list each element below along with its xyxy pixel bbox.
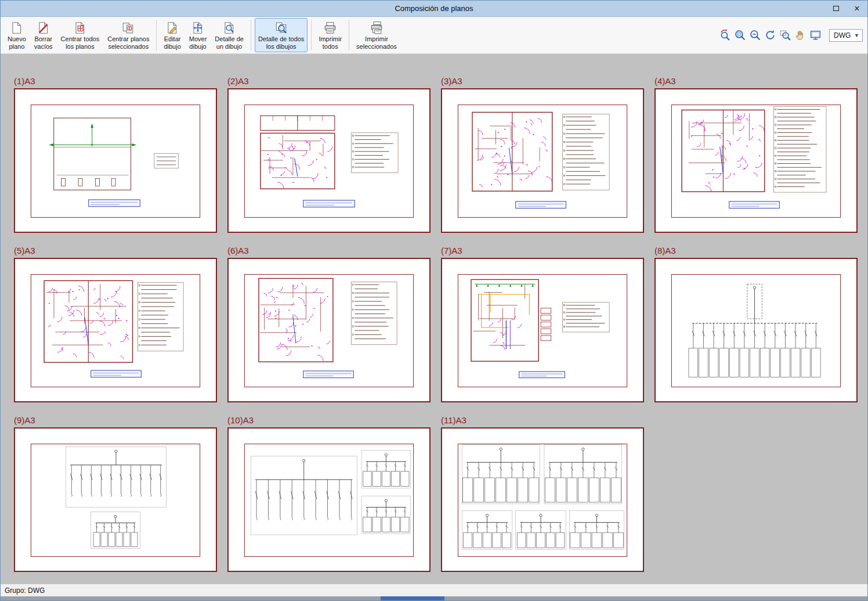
plan-thumbnail[interactable]: [14, 258, 217, 402]
plan-cell: (9)A3: [14, 415, 217, 572]
zoom-window-icon[interactable]: [734, 29, 746, 41]
plan-label: (10)A3: [227, 415, 431, 427]
plan-thumbnail[interactable]: [14, 427, 217, 572]
scrollbar-thumb[interactable]: [381, 596, 444, 600]
plan-cell: (5)A3: [14, 246, 217, 402]
toolbar-button-centrar-seleccionados[interactable]: Centrar planos seleccionados: [104, 18, 153, 52]
toolbar-button-editar-dibujo[interactable]: Editar dibujo: [160, 18, 184, 52]
toolbar-button-label: Borrar vacíos: [34, 35, 53, 51]
imprimir-todos-icon: [323, 21, 337, 35]
toolbar-button-borrar-vacios[interactable]: Borrar vacíos: [31, 18, 56, 52]
plan-cell: (1)A3: [14, 76, 217, 233]
plan-thumbnail[interactable]: [441, 427, 644, 572]
plan-thumbnail[interactable]: [227, 88, 431, 233]
plan-drawing: [229, 89, 429, 232]
toolbar-button-mover-dibujo[interactable]: Mover dibujo: [186, 18, 211, 52]
plan-drawing: [656, 259, 856, 401]
toolbar-button-detalle-todos[interactable]: Detalle de todos los dibujos: [255, 18, 308, 52]
toolbar-button-nuevo-plano[interactable]: Nuevo plano: [4, 18, 30, 52]
plan-drawing: [15, 259, 216, 401]
plans-canvas: (1)A3 (2)A3 (3)A3 (4)A3 (5)A3 (6)A3 (7)A…: [1, 54, 867, 584]
plan-label: (4)A3: [654, 76, 858, 88]
toolbar: Nuevo planoBorrar vacíosCentrar todos lo…: [1, 17, 867, 54]
toolbar-button-imprimir-todos[interactable]: Imprimir todos: [315, 18, 345, 52]
plan-drawing: [229, 259, 429, 401]
close-icon: ×: [854, 4, 859, 13]
toolbar-separator: [349, 20, 349, 51]
plan-cell: (7)A3: [441, 246, 644, 402]
plan-label: (6)A3: [227, 246, 431, 257]
plan-cell: (3)A3: [441, 76, 644, 233]
toolbar-separator: [251, 20, 251, 51]
detalle-uno-icon: [222, 21, 236, 35]
plan-label: (2)A3: [227, 76, 431, 88]
plan-cell: (6)A3: [227, 246, 431, 402]
toolbar-button-group: Nuevo planoBorrar vacíosCentrar todos lo…: [4, 18, 400, 52]
plan-cell: (8)A3: [654, 246, 858, 402]
maximize-icon: [833, 6, 839, 11]
plan-cell: (11)A3: [441, 415, 644, 572]
plan-drawing: [442, 89, 643, 232]
toolbar-button-label: Centrar planos seleccionados: [107, 35, 149, 51]
toolbar-button-label: Nuevo plano: [8, 35, 26, 51]
plan-thumbnail[interactable]: [441, 258, 644, 402]
format-select-value: DWG: [834, 31, 851, 39]
plan-thumbnail[interactable]: [227, 258, 431, 402]
toolbar-button-detalle-uno[interactable]: Detalle de un dibujo: [211, 18, 247, 52]
pan-icon[interactable]: [794, 29, 806, 41]
plan-label: (9)A3: [14, 415, 217, 427]
plan-label: (3)A3: [441, 76, 644, 88]
detalle-todos-icon: [274, 21, 288, 35]
plan-cell: (2)A3: [227, 76, 431, 233]
toolbar-separator: [156, 20, 157, 51]
status-bar: Grupo: DWG: [1, 584, 867, 596]
window-title: Composición de planos: [1, 4, 867, 13]
chevron-down-icon: ▼: [851, 33, 862, 38]
plan-thumbnail[interactable]: [227, 427, 431, 572]
plan-drawing: [15, 89, 216, 232]
centrar-todos-icon: [73, 21, 87, 35]
toolbar-button-label: Centrar todos los planos: [61, 35, 100, 51]
plan-thumbnail[interactable]: [441, 88, 644, 233]
redraw-icon[interactable]: [764, 29, 776, 41]
borrar-vacios-icon: [37, 21, 50, 35]
toolbar-button-imprimir-seleccionados[interactable]: Imprimir seleccionados: [353, 18, 400, 52]
app-window: Composición de planos × Nuevo planoBorra…: [0, 0, 868, 601]
plan-cell: (10)A3: [227, 415, 431, 572]
plan-cell: (4)A3: [654, 76, 858, 233]
format-select[interactable]: DWG ▼: [829, 29, 863, 42]
nuevo-plano-icon: [10, 21, 24, 35]
window-controls: ×: [826, 1, 867, 16]
zoom-out-icon[interactable]: [749, 29, 761, 41]
horizontal-scrollbar[interactable]: [1, 596, 867, 600]
toolbar-button-centrar-todos[interactable]: Centrar todos los planos: [57, 18, 103, 52]
toolbar-button-label: Imprimir todos: [319, 35, 342, 51]
plan-drawing: [442, 259, 643, 401]
zoom-previous-icon[interactable]: [719, 29, 731, 41]
group-label: Grupo: DWG: [5, 586, 45, 595]
plan-thumbnail[interactable]: [14, 88, 217, 233]
toolbar-button-label: Detalle de todos los dibujos: [258, 35, 305, 51]
plan-drawing: [442, 429, 643, 571]
toolbar-button-label: Editar dibujo: [164, 35, 180, 51]
plan-thumbnail[interactable]: [654, 88, 858, 233]
toolbar-right-group: DWG ▼: [719, 18, 863, 52]
toolbar-button-label: Mover dibujo: [189, 35, 207, 51]
full-screen-icon[interactable]: [809, 29, 822, 41]
plan-drawing: [229, 429, 429, 571]
plan-thumbnail[interactable]: [654, 258, 858, 402]
title-bar: Composición de planos ×: [1, 1, 867, 17]
plans-grid: (1)A3 (2)A3 (3)A3 (4)A3 (5)A3 (6)A3 (7)A…: [14, 76, 867, 572]
maximize-button[interactable]: [826, 1, 847, 16]
plan-label: (7)A3: [441, 246, 644, 257]
toolbar-button-label: Imprimir seleccionados: [356, 35, 397, 51]
editar-dibujo-icon: [165, 21, 179, 35]
plan-label: (5)A3: [14, 246, 217, 257]
zoom-extents-icon[interactable]: [779, 29, 791, 41]
imprimir-seleccionados-icon: [370, 21, 384, 35]
toolbar-button-label: Detalle de un dibujo: [215, 35, 244, 51]
plan-label: (8)A3: [654, 246, 858, 257]
toolbar-separator: [311, 20, 312, 51]
plan-label: (1)A3: [14, 76, 217, 88]
close-button[interactable]: ×: [847, 1, 867, 16]
